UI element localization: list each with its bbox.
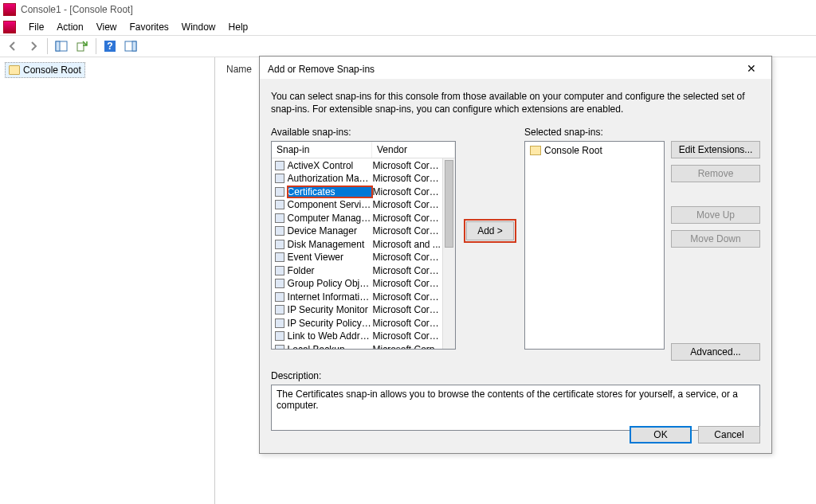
snapin-vendor: Microsoft Corp... — [372, 225, 441, 236]
back-button[interactable] — [3, 37, 22, 55]
snapin-row[interactable]: Authorization ManagerMicrosoft Corp... — [272, 172, 442, 186]
snapin-row[interactable]: Link to Web AddressMicrosoft Corp... — [272, 330, 442, 343]
snapin-row[interactable]: FolderMicrosoft Corp... — [272, 264, 442, 277]
forward-button[interactable] — [24, 37, 43, 55]
snapin-row[interactable]: CertificatesMicrosoft Corp... — [272, 185, 442, 198]
svg-rect-6 — [132, 41, 136, 51]
snapin-icon — [273, 186, 286, 197]
menu-window[interactable]: Window — [175, 20, 222, 34]
snapin-name: Internet Information ... — [288, 291, 373, 303]
column-snapin[interactable]: Snap-in — [272, 142, 372, 158]
snapin-row[interactable]: Device ManagerMicrosoft Corp... — [272, 225, 442, 238]
export-button[interactable] — [73, 37, 92, 55]
snapin-vendor: Microsoft Corp... — [372, 160, 441, 171]
app-icon — [3, 3, 16, 16]
tree-node-console-root[interactable]: Console Root — [5, 62, 85, 78]
snapin-name: Component Services — [288, 199, 373, 210]
snapin-name: Computer Managem... — [288, 213, 373, 224]
snapin-icon — [273, 291, 286, 303]
close-button[interactable]: ✕ — [740, 61, 763, 77]
snapin-vendor: Microsoft Corp... — [372, 186, 441, 197]
scrollbar-thumb[interactable] — [445, 160, 453, 248]
snapin-vendor: Microsoft Corp... — [372, 173, 441, 184]
snapin-vendor: Microsoft Corp... — [372, 213, 441, 224]
add-remove-snapins-dialog: Add or Remove Snap-ins ✕ You can select … — [259, 56, 772, 454]
advanced-button[interactable]: Advanced... — [671, 343, 760, 361]
move-up-button[interactable]: Move Up — [671, 206, 760, 224]
snapin-vendor: Microsoft Corp... — [372, 252, 441, 263]
description-text: The Certificates snap-in allows you to b… — [271, 385, 760, 431]
snapin-row[interactable]: IP Security Policy Ma...Microsoft Corp..… — [272, 316, 442, 330]
tree-pane[interactable]: Console Root — [0, 57, 215, 504]
snapin-name: Event Viewer — [288, 252, 373, 263]
snapin-row[interactable]: ActiveX ControlMicrosoft Corp... — [272, 158, 442, 172]
menu-help[interactable]: Help — [222, 20, 255, 34]
folder-icon — [530, 146, 541, 155]
toolbar: ? — [0, 35, 816, 57]
edit-extensions-button[interactable]: Edit Extensions... — [671, 141, 760, 158]
snapin-icon — [273, 344, 286, 350]
menu-view[interactable]: View — [90, 20, 124, 34]
menu-favorites[interactable]: Favorites — [124, 20, 175, 34]
snapin-vendor: Microsoft Corp... — [372, 291, 441, 303]
selected-root-label: Console Root — [544, 145, 602, 156]
snapin-row[interactable]: Computer Managem...Microsoft Corp... — [272, 211, 442, 225]
snapin-row[interactable]: Event ViewerMicrosoft Corp... — [272, 251, 442, 264]
show-hide-tree-button[interactable] — [52, 37, 71, 55]
selected-snapins-label: Selected snap-ins: — [524, 127, 665, 138]
selected-console-root[interactable]: Console Root — [530, 145, 659, 156]
add-button[interactable]: Add > — [466, 221, 514, 240]
scrollbar[interactable] — [442, 158, 455, 349]
snapin-name: Group Policy Object ... — [288, 278, 373, 289]
available-snapins-label: Available snap-ins: — [271, 127, 456, 138]
snapin-row[interactable]: IP Security MonitorMicrosoft Corp... — [272, 303, 442, 317]
snapin-row[interactable]: Internet Information ...Microsoft Corp..… — [272, 290, 442, 303]
snapin-vendor: Microsoft Corp... — [372, 199, 441, 210]
snapin-name: ActiveX Control — [288, 160, 373, 171]
dialog-intro-text: You can select snap-ins for this console… — [271, 90, 760, 115]
menu-file[interactable]: File — [22, 20, 50, 34]
svg-text:?: ? — [107, 41, 112, 52]
snapin-icon — [273, 160, 286, 171]
description-label: Description: — [271, 370, 760, 381]
snapin-icon — [273, 199, 286, 210]
move-down-button[interactable]: Move Down — [671, 230, 760, 248]
snapin-icon — [273, 304, 286, 315]
cancel-button[interactable]: Cancel — [698, 426, 760, 443]
menu-action[interactable]: Action — [50, 20, 89, 34]
snapin-name: Folder — [288, 265, 373, 276]
menubar: File Action View Favorites Window Help — [0, 19, 816, 35]
snapin-name: Authorization Manager — [288, 173, 373, 184]
snapin-vendor: Microsoft and ... — [372, 239, 441, 250]
snapin-icon — [273, 252, 286, 263]
snapin-row[interactable]: Local BackupMicrosoft Corp — [272, 342, 442, 349]
snapin-name: Local Backup — [288, 344, 373, 350]
snapin-name: Certificates — [288, 186, 373, 197]
snapin-icon — [273, 225, 286, 236]
snapin-row[interactable]: Component ServicesMicrosoft Corp... — [272, 198, 442, 212]
tree-node-label: Console Root — [23, 64, 81, 76]
snapin-name: Disk Management — [288, 239, 373, 250]
remove-button[interactable]: Remove — [671, 165, 760, 182]
available-snapins-list[interactable]: Snap-in Vendor ActiveX ControlMicrosoft … — [271, 141, 456, 350]
ok-button[interactable]: OK — [630, 426, 692, 443]
snapin-icon — [273, 278, 286, 289]
snapin-icon — [273, 318, 286, 329]
snapin-icon — [273, 213, 286, 224]
show-hide-action-pane-button[interactable] — [121, 37, 140, 55]
help-button[interactable]: ? — [100, 37, 120, 55]
snapin-vendor: Microsoft Corp... — [372, 318, 441, 329]
snapin-row[interactable]: Disk ManagementMicrosoft and ... — [272, 237, 442, 251]
window-title: Console1 - [Console Root] — [21, 4, 133, 15]
app-icon-small — [3, 21, 16, 33]
snapin-icon — [273, 239, 286, 250]
column-vendor[interactable]: Vendor — [372, 142, 455, 158]
snapin-icon — [273, 265, 286, 276]
toolbar-separator — [47, 38, 48, 54]
folder-icon — [9, 65, 20, 75]
selected-snapins-tree[interactable]: Console Root — [524, 141, 665, 350]
snapin-name: IP Security Monitor — [288, 304, 373, 315]
snapin-icon — [273, 330, 286, 342]
snapin-icon — [273, 173, 286, 184]
snapin-row[interactable]: Group Policy Object ...Microsoft Corp... — [272, 277, 442, 291]
